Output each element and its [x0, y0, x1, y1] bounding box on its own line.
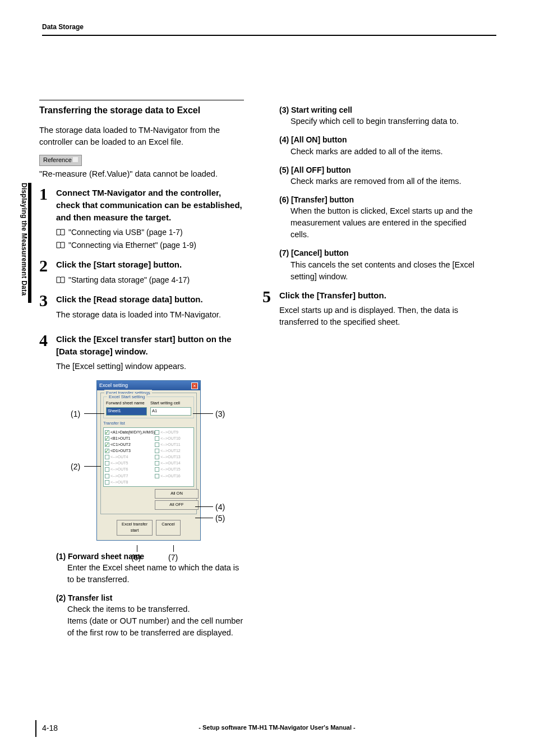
reference-note: "Re-measure (Ref.Value)" data cannot be … [39, 168, 244, 180]
checkbox-icon[interactable] [105, 430, 109, 435]
step-1-title: Connect TM-Navigator and the controller,… [56, 187, 244, 223]
checkbox-icon[interactable] [155, 449, 159, 453]
transfer-list-item[interactable]: <-->OUT8 [105, 479, 155, 485]
close-icon[interactable]: × [191, 382, 198, 389]
list-item-label: <A1>Date(M/D/Y),H/M/S) [110, 430, 155, 435]
transfer-list-item[interactable]: <-->OUT10 [155, 435, 192, 441]
transfer-list-item[interactable]: <-->OUT12 [155, 448, 192, 454]
list-item-label: <-->OUT13 [160, 454, 180, 460]
checkbox-icon[interactable] [105, 480, 109, 485]
side-tab-label: Displaying the Measurement Data [19, 183, 29, 296]
callout-1: (1) [71, 408, 80, 420]
annotation-label: (6) [Transfer] button [279, 194, 484, 205]
excel-setting-dialog: Excel setting × Excel transfer settings … [96, 380, 201, 540]
checkbox-icon[interactable] [155, 461, 159, 465]
step-number: 4 [39, 332, 56, 646]
transfer-list-item[interactable]: <-->OUT14 [155, 460, 192, 467]
xref-usb: "Connecting via USB" (page 1-7) [56, 227, 244, 238]
checkbox-icon[interactable] [105, 455, 109, 459]
step-2: 2 Click the [Start storage] button. "Sta… [39, 259, 244, 287]
cancel-button[interactable]: Cancel [156, 520, 181, 536]
forward-sheet-input[interactable]: Sheet1 [106, 407, 147, 416]
footer-title: - Setup software TM-H1 TM-Navigator User… [58, 723, 496, 732]
checkbox-icon[interactable] [105, 467, 109, 472]
annotation-label: (1) Forward sheet name [56, 551, 244, 562]
annotation-label: (4) [All ON] button [279, 134, 484, 145]
transfer-list-item[interactable]: <-->OUT13 [155, 454, 192, 460]
list-item-label: <-->OUT16 [160, 473, 180, 479]
transfer-list-item[interactable]: <-->OUT5 [105, 460, 155, 467]
transfer-list-item[interactable]: <-->OUT16 [155, 473, 192, 479]
xref-text: "Starting data storage" (page 4-17) [68, 274, 190, 285]
step-number: 3 [39, 292, 56, 326]
transfer-list-item[interactable]: <-->OUT15 [155, 467, 192, 473]
list-item-label: <-->OUT10 [160, 436, 180, 441]
checkbox-icon[interactable] [105, 474, 109, 478]
annotation-3: (3) Start writing cell Specify which cel… [279, 104, 484, 127]
transfer-list-item[interactable]: <-->OUT9 [155, 429, 192, 435]
step-2-title: Click the [Start storage] button. [56, 259, 244, 271]
dialog-title-text: Excel setting [99, 382, 128, 389]
checkbox-icon[interactable] [155, 436, 159, 441]
checkbox-icon[interactable] [105, 436, 109, 441]
step-3: 3 Click the [Read storage data] button. … [39, 293, 244, 326]
annotation-label: (7) [Cancel] button [279, 247, 484, 259]
list-item-label: <-->OUT8 [110, 480, 128, 485]
step-number: 1 [39, 186, 56, 252]
transfer-list: <A1>Date(M/D/Y),H/M/S)<B1>OUT1<C1>OUT2<D… [103, 427, 194, 487]
checkbox-icon[interactable] [155, 474, 159, 478]
list-item-label: <-->OUT15 [160, 467, 180, 472]
annotation-6: (6) [Transfer] button When the button is… [279, 194, 484, 241]
transfer-list-item[interactable]: <A1>Date(M/D/Y),H/M/S) [105, 429, 155, 435]
start-writing-cell-input[interactable]: A1 [150, 407, 191, 416]
header-rule [42, 35, 496, 36]
xref-storage: "Starting data storage" (page 4-17) [56, 274, 244, 285]
dialog-titlebar: Excel setting × [97, 381, 200, 390]
transfer-list-item[interactable]: <-->OUT7 [105, 473, 155, 479]
transfer-list-item[interactable]: <B1>OUT1 [105, 435, 155, 441]
reference-badge: Reference [39, 155, 82, 166]
transfer-list-item[interactable]: <D1>OUT3 [105, 448, 155, 454]
step-4: 4 Click the [Excel transfer start] butto… [39, 333, 244, 646]
list-item-label: <-->OUT7 [110, 473, 128, 479]
checkbox-icon[interactable] [155, 442, 159, 447]
all-off-button[interactable]: All OFF [155, 500, 199, 510]
transfer-list-label: Transfer list [103, 421, 194, 427]
all-on-button[interactable]: All ON [155, 489, 199, 499]
dialog-figure: Excel setting × Excel transfer settings … [96, 380, 244, 540]
checkbox-icon[interactable] [105, 442, 109, 447]
page-header: Data Storage [42, 22, 84, 32]
annotation-body: Items (date or OUT number) and the cell … [67, 615, 244, 639]
list-item-label: <-->OUT11 [160, 442, 180, 448]
checkbox-icon[interactable] [105, 461, 109, 465]
list-item-label: <B1>OUT1 [110, 436, 130, 441]
checkbox-icon[interactable] [155, 455, 159, 459]
step-number: 2 [39, 257, 56, 287]
list-item-label: <-->OUT12 [160, 448, 180, 454]
callout-3: (3) [215, 408, 225, 420]
annotation-body: Check the items to be transferred. [67, 603, 244, 615]
step-4-title: Click the [Excel transfer start] button … [56, 333, 244, 358]
transfer-list-item[interactable]: <-->OUT11 [155, 441, 192, 448]
annotation-2: (2) Transfer list Check the items to be … [56, 592, 244, 639]
list-item-label: <D1>OUT3 [110, 448, 131, 454]
checkbox-icon[interactable] [105, 449, 109, 453]
checkbox-icon[interactable] [155, 467, 159, 472]
book-icon [56, 229, 65, 236]
excel-transfer-settings-group: Excel transfer settings Excel Start sett… [100, 393, 197, 514]
step-5-body: Excel starts up and is displayed. Then, … [279, 305, 484, 328]
callout-6: (6) [131, 552, 141, 563]
transfer-list-item[interactable]: <-->OUT4 [105, 454, 155, 460]
annotation-label: (3) Start writing cell [279, 104, 484, 116]
annotation-body: Check marks are added to all of the item… [290, 146, 484, 158]
list-item-label: <-->OUT14 [160, 460, 180, 466]
excel-transfer-start-button[interactable]: Excel transfer start [117, 520, 153, 536]
checkbox-icon[interactable] [155, 430, 159, 435]
start-writing-cell-label: Start writing cell [150, 400, 191, 407]
annotation-body: This cancels the set contents and closes… [290, 259, 484, 283]
list-item-label: <-->OUT9 [160, 430, 178, 435]
transfer-list-item[interactable]: <-->OUT6 [105, 467, 155, 473]
transfer-list-item[interactable]: <C1>OUT2 [105, 441, 155, 448]
left-column: Transferring the storage data to Excel T… [39, 100, 244, 646]
list-item-label: <C1>OUT2 [110, 442, 131, 448]
